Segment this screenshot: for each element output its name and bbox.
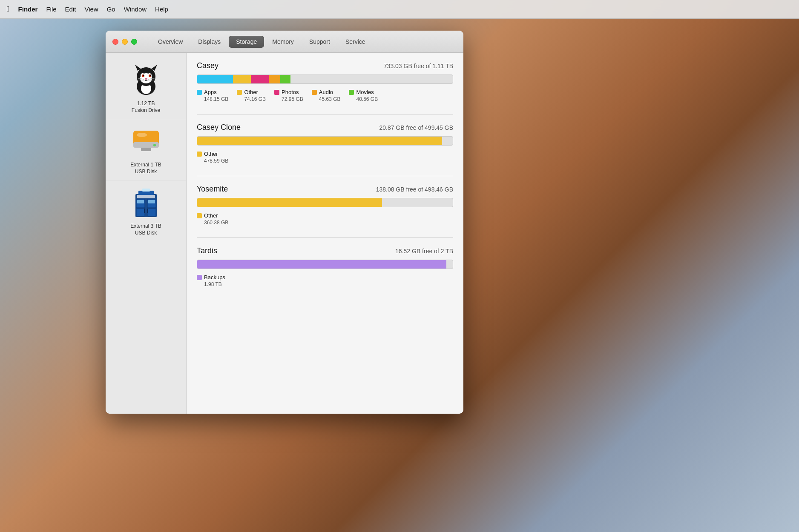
legend-apps: Apps 148.15 GB (197, 89, 228, 102)
divider-1 (197, 114, 453, 114)
apps-color (197, 90, 202, 95)
svg-point-11 (149, 75, 151, 76)
apps-value: 148.15 GB (204, 96, 228, 102)
legend-yosemite-other: Other 360.38 GB (197, 212, 228, 226)
casey-movies-segment (280, 75, 290, 83)
backups-color (197, 275, 202, 280)
about-this-mac-window: Overview Displays Storage Memory Support… (106, 31, 463, 414)
svg-rect-27 (136, 209, 145, 216)
yosemite-header: Yosemite 138.08 GB free of 498.46 GB (197, 185, 453, 194)
yosemite-free: 138.08 GB free of 498.46 GB (376, 186, 453, 193)
audio-color (312, 90, 317, 95)
legend-photos: Photos 72.95 GB (274, 89, 303, 102)
yosemite-other-segment (197, 198, 382, 207)
yosemite-other-label: Other (204, 212, 218, 219)
divider-3 (197, 237, 453, 238)
yosemite-legend: Other 360.38 GB (197, 212, 453, 226)
apple-menu-icon[interactable]:  (7, 5, 10, 14)
legend-clone-other: Other 478.59 GB (197, 151, 228, 164)
tab-support[interactable]: Support (302, 36, 337, 48)
apps-label: Apps (204, 89, 217, 95)
casey-drive-label: 1.12 TB Fusion Drive (132, 100, 160, 114)
casey-drive-name: Casey (197, 61, 218, 70)
close-button[interactable] (112, 39, 118, 45)
menu-view[interactable]: View (84, 6, 98, 13)
menubar:  Finder File Edit View Go Window Help (0, 0, 799, 19)
casey-free-space: 733.03 GB free of 1.11 TB (384, 63, 453, 69)
yosemite-progress-bar (197, 198, 453, 207)
tab-storage[interactable]: Storage (229, 36, 264, 48)
svg-rect-30 (147, 209, 148, 213)
other-label: Other (244, 89, 258, 95)
movies-color (349, 90, 354, 95)
tab-displays[interactable]: Displays (191, 36, 228, 48)
other-value: 74.16 GB (244, 96, 266, 102)
casey-clone-legend: Other 478.59 GB (197, 151, 453, 164)
tardis-label: External 3 TB USB Disk (130, 223, 161, 236)
svg-rect-32 (137, 200, 144, 203)
svg-rect-24 (142, 189, 150, 192)
menu-help[interactable]: Help (155, 6, 168, 13)
casey-progress-bar (197, 74, 453, 84)
photos-label: Photos (282, 89, 299, 95)
minimize-button[interactable] (122, 39, 128, 45)
casey-audio-segment (269, 75, 280, 83)
menu-file[interactable]: File (46, 6, 56, 13)
external-1tb-label: External 1 TB USB Disk (130, 162, 161, 175)
yosemite-name: Yosemite (197, 185, 228, 194)
tardis-drive-name: Tardis (197, 246, 217, 255)
tardis-icon (129, 186, 163, 220)
movies-label: Movies (356, 89, 374, 95)
svg-point-20 (153, 144, 156, 146)
sidebar-item-external-1tb[interactable]: External 1 TB USB Disk (106, 119, 186, 180)
casey-header: Casey 733.03 GB free of 1.11 TB (197, 61, 453, 70)
sidebar-item-tardis[interactable]: External 3 TB USB Disk (106, 180, 186, 241)
tab-bar: Overview Displays Storage Memory Support… (151, 36, 373, 48)
casey-clone-free: 20.87 GB free of 499.45 GB (379, 124, 453, 131)
clone-other-color (197, 152, 202, 157)
other-color (237, 90, 242, 95)
menu-edit[interactable]: Edit (65, 6, 76, 13)
photos-color (274, 90, 279, 95)
tardis-header: Tardis 16.52 GB free of 2 TB (197, 246, 453, 255)
menu-finder[interactable]: Finder (18, 6, 38, 13)
legend-movies: Movies 40.56 GB (349, 89, 378, 102)
sylvester-icon (129, 63, 163, 97)
menu-go[interactable]: Go (107, 6, 115, 13)
tab-memory[interactable]: Memory (265, 36, 301, 48)
audio-value: 45.63 GB (319, 96, 341, 102)
tardis-legend: Backups 1.98 TB (197, 274, 453, 287)
casey-clone-name: Casey Clone (197, 123, 241, 132)
menu-window[interactable]: Window (124, 6, 147, 13)
legend-backups: Backups 1.98 TB (197, 274, 225, 287)
tab-service[interactable]: Service (338, 36, 373, 48)
backups-value: 1.98 TB (204, 281, 222, 287)
audio-label: Audio (319, 89, 333, 95)
legend-audio: Audio 45.63 GB (312, 89, 341, 102)
sidebar: 1.12 TB Fusion Drive (106, 53, 187, 414)
casey-clone-other-segment (197, 137, 442, 145)
casey-clone-header: Casey Clone 20.87 GB free of 499.45 GB (197, 123, 453, 132)
casey-apps-segment (197, 75, 233, 83)
maximize-button[interactable] (131, 39, 137, 45)
backups-label: Backups (204, 274, 225, 280)
photos-value: 72.95 GB (282, 96, 303, 102)
tab-overview[interactable]: Overview (151, 36, 190, 48)
casey-legend: Apps 148.15 GB Other 74.16 GB (197, 89, 453, 102)
svg-rect-19 (141, 148, 151, 151)
yosemite-other-color (197, 213, 202, 218)
svg-point-12 (145, 78, 147, 80)
divider-2 (197, 176, 453, 176)
storage-row-casey-clone: Casey Clone 20.87 GB free of 499.45 GB O… (197, 123, 453, 164)
titlebar: Overview Displays Storage Memory Support… (106, 31, 463, 53)
casey-clone-progress-bar (197, 136, 453, 146)
svg-point-10 (143, 75, 144, 76)
svg-rect-28 (147, 209, 156, 216)
sidebar-item-casey[interactable]: 1.12 TB Fusion Drive (106, 58, 186, 119)
tardis-progress-bar (197, 260, 453, 269)
casey-other-segment (233, 75, 251, 83)
casey-photos-segment (251, 75, 269, 83)
svg-rect-31 (137, 195, 155, 198)
storage-row-casey: Casey 733.03 GB free of 1.11 TB Apps (197, 61, 453, 102)
main-content: Casey 733.03 GB free of 1.11 TB Apps (187, 53, 463, 414)
